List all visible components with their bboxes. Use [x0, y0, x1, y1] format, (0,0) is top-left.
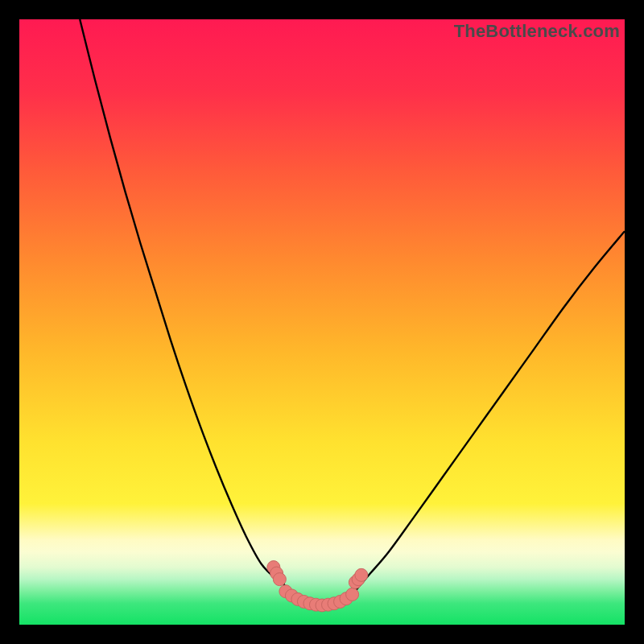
chart-frame: TheBottleneck.com [0, 0, 644, 644]
curve-layer [19, 19, 625, 625]
marker-dot [346, 588, 359, 601]
curve-right-branch [358, 231, 625, 587]
marker-dot [273, 573, 286, 586]
marker-dot [355, 568, 368, 581]
plot-area: TheBottleneck.com [19, 19, 625, 625]
marker-cluster [267, 561, 368, 612]
curve-left-branch [80, 19, 283, 582]
